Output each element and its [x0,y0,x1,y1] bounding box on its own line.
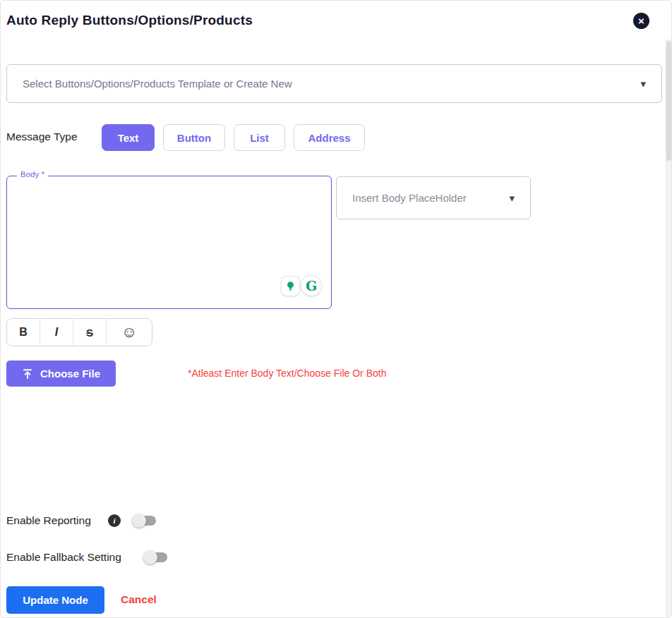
enable-reporting-label: Enable Reporting [6,514,91,527]
chevron-down-icon: ▾ [509,192,515,205]
body-field-label: Body * [17,170,48,178]
message-type-list-label: List [250,132,269,144]
scrollbar-thumb[interactable] [666,41,671,161]
choose-file-button[interactable]: Choose File [6,360,116,387]
body-required-warning: *Atleast Enter Body Text/Choose File Or … [188,368,386,379]
smiley-icon: ☺ [121,323,137,341]
emoji-button[interactable]: ☺ [107,319,152,346]
message-type-address-label: Address [308,132,350,144]
bold-button[interactable]: B [7,319,40,346]
auto-reply-dialog: Auto Reply Buttons/Options/Products × Se… [0,0,672,618]
message-type-address-button[interactable]: Address [294,124,365,151]
message-type-text-label: Text [118,132,139,144]
info-icon[interactable]: i [108,514,121,527]
close-button[interactable]: × [633,13,649,29]
choose-file-label: Choose File [40,368,100,380]
strikethrough-icon: S [86,327,93,339]
suggestion-bulb-icon[interactable] [282,277,299,296]
update-node-button[interactable]: Update Node [6,586,104,614]
page-title: Auto Reply Buttons/Options/Products [6,13,253,28]
scrollbar-track[interactable] [666,40,671,617]
template-select[interactable]: Select Buttons/Options/Products Template… [6,64,662,103]
strikethrough-button[interactable]: S [73,319,107,346]
message-type-text-button[interactable]: Text [102,124,155,151]
toggle-knob [132,514,146,528]
grammarly-g-glyph: G [306,278,317,293]
cancel-button[interactable]: Cancel [121,593,157,606]
enable-fallback-label: Enable Fallback Setting [6,551,121,564]
message-type-list-button[interactable]: List [234,124,285,151]
message-type-button-button[interactable]: Button [163,124,225,151]
insert-body-placeholder-select[interactable]: Insert Body PlaceHolder ▾ [336,176,531,219]
insert-body-placeholder-label: Insert Body PlaceHolder [352,192,467,204]
grammarly-icon[interactable]: G [301,276,321,296]
format-toolbar: B I S ☺ [6,318,152,346]
italic-icon: I [55,326,58,339]
template-select-placeholder: Select Buttons/Options/Products Template… [23,78,292,90]
close-icon: × [638,16,644,26]
upload-icon [22,368,33,380]
italic-button[interactable]: I [40,319,73,346]
info-glyph: i [113,516,115,525]
enable-reporting-toggle[interactable] [132,514,158,528]
extension-icons: G [282,276,321,296]
body-field: Body * G [6,176,332,309]
message-type-button-label: Button [177,132,211,144]
bold-icon: B [19,326,28,339]
message-type-label: Message Type [6,131,78,143]
toggle-knob [143,550,157,564]
enable-fallback-toggle[interactable] [143,550,169,564]
chevron-down-icon: ▾ [640,78,646,90]
